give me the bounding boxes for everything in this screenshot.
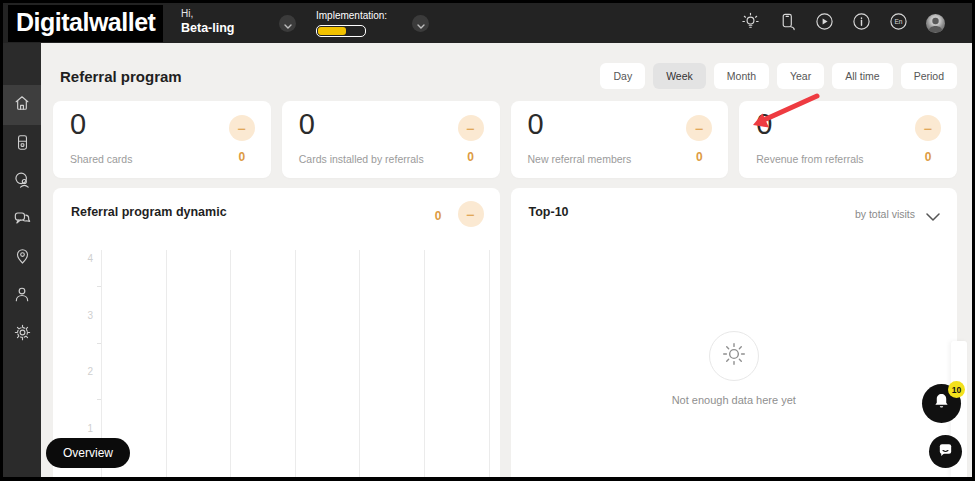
minus-icon: −: [237, 121, 246, 136]
minus-icon: −: [466, 207, 475, 222]
topbar-actions: En: [741, 3, 945, 43]
implementation-progress-fill: [318, 27, 346, 35]
user-greeting[interactable]: Hi, Beta-ling: [181, 9, 234, 35]
gear-icon: [13, 323, 32, 346]
user-menu-chevron[interactable]: [279, 15, 296, 32]
tutorial-button[interactable]: [815, 14, 834, 33]
sidebar-item-settings[interactable]: [3, 315, 41, 353]
implementation-label: Implementation:: [316, 11, 387, 21]
stat-value: 0: [70, 108, 86, 141]
trend-badge: −: [458, 115, 484, 141]
empty-state-message: Not enough data here yet: [672, 394, 796, 406]
stat-card-shared-cards: 0 Shared cards − 0: [53, 101, 271, 178]
sun-icon: [721, 341, 747, 371]
top10-empty-state: Not enough data here yet: [511, 331, 958, 406]
stat-value: 0: [756, 108, 772, 141]
trend-badge: −: [686, 115, 712, 141]
gridline: [295, 250, 296, 477]
app-frame: Digitalwallet Hi, Beta-ling Implementati…: [3, 3, 972, 477]
notification-count-badge: 10: [948, 381, 965, 398]
sidebar-item-cards[interactable]: [3, 125, 41, 163]
panels-row: Referral program dynamic 0 − 4321 Top-10…: [53, 188, 957, 477]
filter-year[interactable]: Year: [777, 63, 824, 89]
stat-value: 0: [528, 108, 544, 141]
stat-delta: 0: [229, 150, 255, 164]
chat-icon: [937, 441, 954, 462]
account-button[interactable]: [926, 14, 945, 33]
lightbulb-icon: [741, 12, 760, 35]
y-axis-tick: 3: [63, 310, 93, 321]
page-title: Referral program: [60, 68, 182, 85]
top10-title: Top-10: [529, 205, 569, 219]
minus-icon: −: [695, 121, 704, 136]
phone-hand-icon: [778, 12, 797, 35]
gridline: [489, 250, 490, 477]
minus-icon: −: [924, 121, 933, 136]
filter-day[interactable]: Day: [600, 63, 645, 89]
y-axis-tick: 4: [63, 253, 93, 264]
sidebar-item-profile[interactable]: [3, 277, 41, 315]
sidebar-item-home[interactable]: [3, 85, 41, 125]
language-code: En: [894, 18, 902, 25]
y-axis-tick: 2: [63, 366, 93, 377]
trend-badge: −: [229, 115, 255, 141]
stat-card-cards-installed: 0 Cards installed by referrals − 0: [282, 101, 500, 178]
y-axis-tick: 1: [63, 423, 93, 434]
user-icon: [12, 284, 32, 308]
minus-icon: −: [466, 121, 475, 136]
avatar: [926, 14, 945, 33]
period-filter: Day Week Month Year All time Period: [600, 63, 957, 89]
location-pin-icon: [13, 247, 32, 270]
implementation-progressbar: [316, 25, 366, 37]
filter-period[interactable]: Period: [901, 63, 957, 89]
filter-alltime[interactable]: All time: [832, 63, 892, 89]
implementation-widget[interactable]: Implementation:: [316, 11, 387, 37]
language-button[interactable]: En: [889, 14, 908, 33]
mobile-app-button[interactable]: [778, 14, 797, 33]
stat-card-revenue: 0 Revenue from referrals − 0: [739, 101, 957, 178]
notifications-button[interactable]: 10: [922, 384, 961, 423]
gridline: [359, 250, 360, 477]
y-axis-minor-tick: [97, 399, 101, 400]
chevron-down-icon[interactable]: [926, 207, 940, 225]
sidebar-item-locations[interactable]: [3, 239, 41, 277]
gridline: [166, 250, 167, 477]
chat-launcher-button[interactable]: [929, 435, 962, 468]
stat-label: New referral members: [528, 153, 632, 165]
stat-delta: 0: [915, 150, 941, 164]
stat-card-new-members: 0 New referral members − 0: [511, 101, 729, 178]
info-icon: [852, 12, 871, 35]
language-icon: En: [889, 12, 908, 35]
stat-delta: 0: [458, 150, 484, 164]
stat-delta: 0: [686, 150, 712, 164]
filter-month[interactable]: Month: [714, 63, 769, 89]
trend-badge: −: [915, 115, 941, 141]
chart-panel: Referral program dynamic 0 − 4321: [53, 188, 500, 477]
stats-row: 0 Shared cards − 0 0 Cards installed by …: [53, 101, 957, 178]
client-base-icon: [12, 170, 32, 194]
chevron-down-icon: [284, 15, 292, 33]
app-logo: Digitalwallet: [8, 5, 163, 42]
implementation-chevron[interactable]: [412, 15, 429, 32]
tips-button[interactable]: [741, 14, 760, 33]
top10-sort-label[interactable]: by total visits: [855, 208, 915, 220]
chart-title: Referral program dynamic: [71, 205, 227, 219]
stat-label: Shared cards: [70, 153, 132, 165]
filter-week[interactable]: Week: [653, 63, 706, 89]
sidebar-item-clients[interactable]: [3, 163, 41, 201]
info-button[interactable]: [852, 14, 871, 33]
play-icon: [815, 12, 834, 35]
empty-state-circle: [709, 331, 759, 381]
main-content: Referral program Day Week Month Year All…: [41, 43, 972, 477]
card-terminal-icon: [13, 133, 32, 156]
greeting-username: Beta-ling: [181, 22, 234, 35]
gridline: [230, 250, 231, 477]
overview-button[interactable]: Overview: [46, 438, 130, 468]
greeting-hi: Hi,: [181, 9, 234, 19]
home-icon: [12, 93, 32, 117]
sidebar-item-chats[interactable]: [3, 201, 41, 239]
stat-value: 0: [299, 108, 315, 141]
y-axis-minor-tick: [97, 343, 101, 344]
stat-label: Revenue from referrals: [756, 153, 863, 165]
chevron-down-icon: [417, 15, 425, 33]
